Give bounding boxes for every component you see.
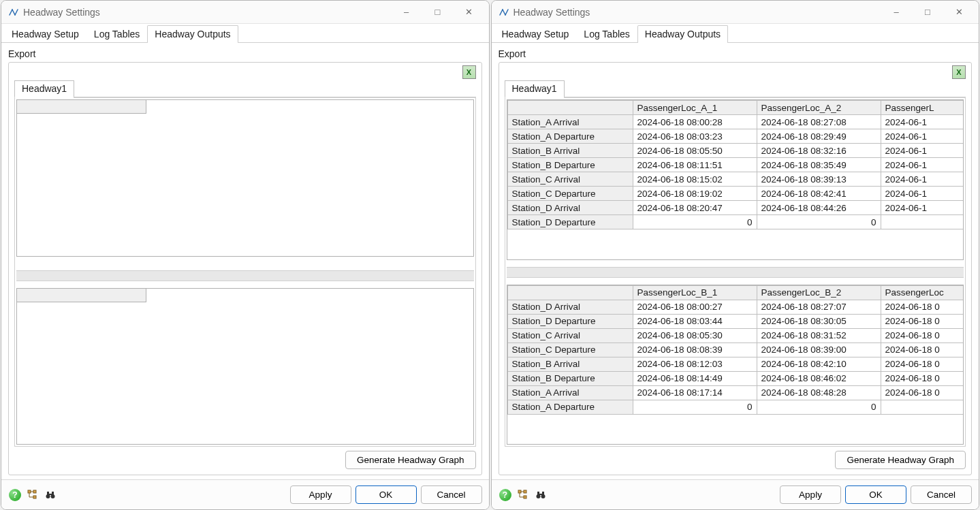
minimize-button[interactable]: – (391, 1, 422, 23)
section-title: Export (499, 48, 973, 59)
column-header[interactable]: PassengerLoc_B_2 (757, 285, 881, 300)
svg-rect-1 (33, 490, 36, 493)
svg-rect-8 (518, 490, 521, 493)
table-row[interactable]: Station_D Arrival2024-06-18 08:00:272024… (507, 300, 964, 314)
export-excel-button[interactable]: X (952, 65, 966, 79)
table-row[interactable]: Station_D Arrival2024-06-18 08:20:472024… (507, 201, 964, 215)
binoculars-icon[interactable] (534, 488, 548, 502)
column-header[interactable]: PassengerL (881, 101, 964, 115)
help-icon[interactable]: ? (8, 488, 22, 502)
column-header[interactable]: PassengerLoc_B_1 (633, 285, 757, 300)
generate-headway-graph-button[interactable]: Generate Headway Graph (835, 451, 966, 469)
table-scroll-0[interactable]: PassengerLoc_A_1PassengerLoc_A_2Passenge… (507, 99, 964, 260)
close-button[interactable]: ✕ (454, 1, 485, 23)
apply-button[interactable]: Apply (780, 485, 841, 504)
cell: 2024-06-18 08:46:02 (757, 371, 881, 385)
cell: 2024-06-18 08:00:27 (633, 300, 757, 314)
svg-rect-14 (542, 492, 544, 495)
divider[interactable] (507, 267, 964, 278)
cell: 0 (757, 400, 881, 414)
cell: 2024-06-18 08:31:52 (757, 328, 881, 342)
cell: 2024-06-18 08:42:41 (757, 187, 881, 201)
row-header: Station_A Departure (507, 400, 633, 414)
svg-rect-13 (537, 492, 539, 495)
tab-headway-setup[interactable]: Headway Setup (494, 25, 577, 42)
ok-button[interactable]: OK (845, 485, 906, 504)
cell: 2024-06-18 0 (881, 357, 964, 371)
close-button[interactable]: ✕ (943, 1, 975, 23)
cell: 2024-06-18 08:19:02 (633, 187, 757, 201)
tab-headway-setup[interactable]: Headway Setup (4, 25, 86, 42)
cell: 2024-06-18 0 (881, 328, 964, 342)
apply-button[interactable]: Apply (290, 485, 351, 504)
cell: 2024-06-1 (881, 158, 964, 172)
export-excel-button[interactable]: X (462, 65, 476, 79)
data-table-1: PassengerLoc_B_1PassengerLoc_B_2Passenge… (507, 285, 964, 415)
table-row[interactable]: Station_C Arrival2024-06-18 08:05:302024… (507, 328, 964, 342)
sub-tab-headway1[interactable]: Headway1 (14, 80, 74, 97)
empty-header-cell (17, 100, 146, 114)
table-row[interactable]: Station_C Departure2024-06-18 08:08:3920… (507, 342, 964, 357)
help-icon[interactable]: ? (499, 488, 512, 502)
cancel-button[interactable]: Cancel (911, 485, 972, 504)
binoculars-icon[interactable] (44, 488, 57, 502)
row-header: Station_D Arrival (507, 201, 633, 215)
tab-log-tables[interactable]: Log Tables (86, 25, 147, 42)
body: ExportXHeadway1PassengerLoc_A_1Passenger… (492, 43, 979, 479)
section-title: Export (8, 48, 482, 59)
table-row[interactable]: Station_D Departure2024-06-18 08:03:4420… (507, 314, 964, 328)
cell: 2024-06-18 0 (881, 314, 964, 328)
cell: 2024-06-18 08:20:47 (633, 201, 757, 215)
table-row[interactable]: Station_A Departure00 (507, 400, 964, 414)
tree-icon[interactable] (516, 488, 530, 502)
table-row[interactable]: Station_A Departure2024-06-18 08:03:2320… (507, 129, 964, 144)
cell: 2024-06-18 08:42:10 (757, 357, 881, 371)
minimize-button[interactable]: – (881, 1, 912, 23)
tables-area (14, 98, 476, 447)
svg-rect-10 (524, 496, 526, 498)
cell: 2024-06-18 08:14:49 (633, 371, 757, 385)
column-header[interactable]: PassengerLoc_A_2 (757, 101, 881, 115)
tab-log-tables[interactable]: Log Tables (576, 25, 637, 42)
table-row[interactable]: Station_B Arrival2024-06-18 08:12:032024… (507, 357, 964, 371)
tables-area: PassengerLoc_A_1PassengerLoc_A_2Passenge… (505, 98, 966, 447)
cell: 2024-06-18 08:05:30 (633, 328, 757, 342)
row-header: Station_B Arrival (507, 144, 633, 158)
cancel-button[interactable]: Cancel (421, 485, 482, 504)
column-header[interactable]: PassengerLoc (881, 285, 964, 300)
divider[interactable] (16, 270, 474, 281)
row-header: Station_A Arrival (507, 115, 633, 129)
table-row[interactable]: Station_B Departure2024-06-18 08:11:5120… (507, 158, 964, 172)
row-header: Station_A Departure (507, 129, 633, 144)
column-header[interactable]: PassengerLoc_A_1 (633, 101, 757, 115)
cell: 2024-06-18 08:39:00 (757, 342, 881, 357)
maximize-button[interactable]: □ (422, 1, 454, 23)
tab-headway-outputs[interactable]: Headway Outputs (637, 25, 728, 42)
sub-tabbar: Headway1 (14, 80, 476, 98)
cell (881, 400, 964, 414)
sub-tab-headway1[interactable]: Headway1 (505, 80, 565, 97)
tab-headway-outputs[interactable]: Headway Outputs (147, 25, 238, 42)
table-row[interactable]: Station_B Departure2024-06-18 08:14:4920… (507, 371, 964, 385)
cell: 0 (633, 400, 757, 414)
table-row[interactable]: Station_B Arrival2024-06-18 08:05:502024… (507, 144, 964, 158)
table-scroll-1[interactable]: PassengerLoc_B_1PassengerLoc_B_2Passenge… (507, 285, 964, 445)
table-row[interactable]: Station_A Arrival2024-06-18 08:17:142024… (507, 385, 964, 400)
empty-grid-bottom[interactable] (16, 288, 474, 445)
table-row[interactable]: Station_C Departure2024-06-18 08:19:0220… (507, 187, 964, 201)
tree-icon[interactable] (26, 488, 39, 502)
svg-rect-7 (49, 494, 52, 495)
table-row[interactable]: Station_D Departure00 (507, 215, 964, 229)
table-row[interactable]: Station_C Arrival2024-06-18 08:15:022024… (507, 172, 964, 187)
cell: 2024-06-18 08:03:44 (633, 314, 757, 328)
titlebar: Headway Settings – □ ✕ (492, 1, 979, 24)
tabstrip: Headway SetupLog TablesHeadway Outputs (492, 24, 979, 43)
row-header: Station_B Departure (507, 158, 633, 172)
empty-grid-top[interactable] (16, 99, 474, 257)
generate-headway-graph-button[interactable]: Generate Headway Graph (345, 451, 476, 469)
maximize-button[interactable]: □ (912, 1, 943, 23)
sub-tabbar: Headway1 (505, 80, 966, 98)
ok-button[interactable]: OK (355, 485, 417, 504)
table-row[interactable]: Station_A Arrival2024-06-18 08:00:282024… (507, 115, 964, 129)
export-area: XHeadway1Generate Headway Graph (8, 62, 482, 475)
